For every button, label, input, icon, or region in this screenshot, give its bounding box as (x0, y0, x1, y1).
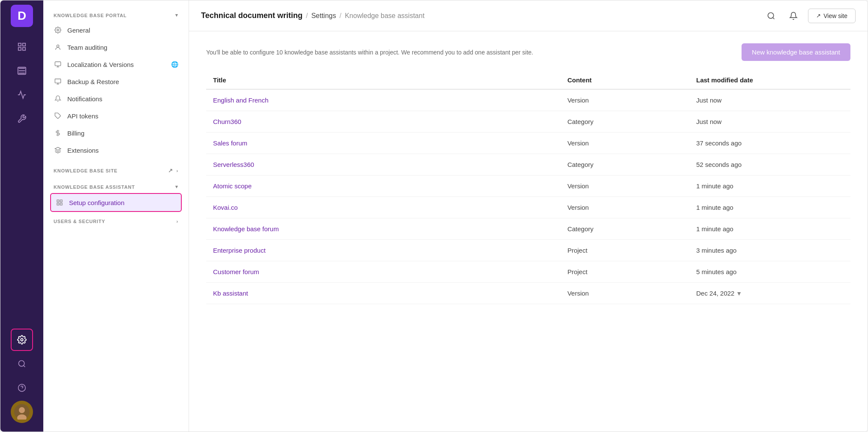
icon-sidebar: D (0, 0, 43, 432)
table-cell-title[interactable]: Kb assistant (206, 283, 561, 304)
backup-icon (54, 77, 62, 86)
search-header-button[interactable] (763, 8, 779, 24)
table-cell-date: Just now (689, 111, 850, 133)
breadcrumb-settings[interactable]: Settings (311, 12, 336, 20)
section-users-security: USERS & SECURITY › (43, 215, 189, 227)
info-banner: You'll be able to configure 10 knowledge… (206, 43, 850, 61)
view-site-button[interactable]: ↗ View site (808, 9, 856, 23)
header-actions: ↗ View site (763, 8, 856, 24)
svg-point-5 (21, 338, 23, 341)
top-header: Technical document writing / Settings / … (189, 0, 868, 31)
table-cell-title[interactable]: Serverless360 (206, 154, 561, 175)
chevron-down-icon[interactable]: ▾ (175, 12, 178, 18)
table-row: Customer forumProject5 minutes ago (206, 261, 850, 283)
svg-point-26 (768, 12, 774, 18)
section-knowledge-base-portal: KNOWLEDGE BASE PORTAL ▾ (43, 9, 189, 21)
dropdown-arrow-icon[interactable]: ▼ (734, 290, 742, 297)
breadcrumb: Technical document writing / Settings / … (201, 11, 763, 20)
nav-item-setup-configuration[interactable]: Setup configuration (50, 193, 182, 212)
chevron-right-icon2[interactable]: › (177, 219, 178, 224)
nav-item-api-tokens[interactable]: API tokens (43, 107, 189, 124)
left-nav: KNOWLEDGE BASE PORTAL ▾ General Team aud… (43, 0, 189, 432)
svg-rect-0 (18, 43, 21, 46)
table-cell-date: 1 minute ago (689, 197, 850, 218)
svg-point-12 (57, 29, 59, 31)
table-cell-content: Version (561, 283, 690, 304)
svg-point-10 (19, 407, 25, 413)
table-cell-content: Version (561, 197, 690, 218)
svg-rect-3 (23, 48, 25, 50)
table-cell-title[interactable]: Churn360 (206, 111, 561, 133)
table-cell-title[interactable]: Sales forum (206, 133, 561, 154)
table-cell-content: Project (561, 240, 690, 261)
table-cell-date: 1 minute ago (689, 218, 850, 240)
api-tokens-icon (54, 112, 62, 120)
svg-point-6 (19, 361, 24, 366)
table-cell-content: Version (561, 89, 690, 111)
external-link-icon[interactable]: ↗ (168, 167, 173, 174)
sidebar-icon-chart[interactable] (11, 84, 33, 106)
table-row: Knowledge base forumCategory1 minute ago (206, 218, 850, 240)
nav-item-backup[interactable]: Backup & Restore (43, 73, 189, 90)
section-knowledge-base-assistant: KNOWLEDGE BASE ASSISTANT ▾ (43, 181, 189, 193)
info-text: You'll be able to configure 10 knowledge… (206, 49, 533, 56)
table-cell-title[interactable]: English and French (206, 89, 561, 111)
globe-icon: 🌐 (171, 61, 178, 68)
notification-header-button[interactable] (786, 8, 801, 24)
assistants-table: Title Content Last modified date English… (206, 71, 850, 304)
svg-rect-14 (55, 62, 60, 66)
content-area: You'll be able to configure 10 knowledge… (189, 31, 868, 432)
table-row: Serverless360Category52 seconds ago (206, 154, 850, 175)
svg-rect-17 (55, 79, 60, 83)
search-bottom-icon[interactable] (11, 353, 33, 375)
general-icon (54, 26, 62, 34)
app-logo[interactable]: D (11, 5, 33, 27)
new-assistant-button[interactable]: New knowledge base assistant (742, 43, 850, 61)
table-cell-date: Just now (689, 89, 850, 111)
nav-item-billing[interactable]: Billing (43, 124, 189, 142)
billing-icon (54, 129, 62, 137)
nav-item-notifications[interactable]: Notifications (43, 90, 189, 107)
project-name: Technical document writing (201, 11, 303, 20)
table-cell-title[interactable]: Kovai.co (206, 197, 561, 218)
nav-item-team-auditing[interactable]: Team auditing (43, 39, 189, 56)
svg-rect-2 (18, 48, 21, 50)
table-cell-content: Category (561, 218, 690, 240)
chevron-right-icon[interactable]: › (177, 168, 178, 173)
user-avatar[interactable] (11, 401, 33, 423)
table-row: Enterprise productProject3 minutes ago (206, 240, 850, 261)
table-row: English and FrenchVersionJust now (206, 89, 850, 111)
table-cell-title[interactable]: Enterprise product (206, 240, 561, 261)
settings-icon[interactable] (11, 329, 33, 351)
table-cell-date: 3 minutes ago (689, 240, 850, 261)
table-row: Kb assistantVersionDec 24, 2022 ▼ (206, 283, 850, 304)
table-cell-title[interactable]: Customer forum (206, 261, 561, 283)
sidebar-icon-grid[interactable] (11, 60, 33, 82)
svg-rect-22 (57, 200, 59, 202)
table-row: Sales forumVersion37 seconds ago (206, 133, 850, 154)
table-cell-date: 37 seconds ago (689, 133, 850, 154)
table-cell-title[interactable]: Knowledge base forum (206, 218, 561, 240)
assistants-table-container: Title Content Last modified date English… (206, 71, 850, 304)
sidebar-icon-tools[interactable] (11, 108, 33, 130)
table-cell-date: 52 seconds ago (689, 154, 850, 175)
nav-item-extensions[interactable]: Extensions (43, 142, 189, 159)
nav-item-general[interactable]: General (43, 21, 189, 39)
breadcrumb-separator1: / (306, 12, 308, 20)
table-row: Kovai.coVersion1 minute ago (206, 197, 850, 218)
localization-icon (54, 60, 62, 69)
breadcrumb-separator2: / (339, 12, 341, 20)
setup-config-icon (55, 198, 64, 207)
table-cell-date: 5 minutes ago (689, 261, 850, 283)
svg-rect-23 (60, 200, 62, 202)
table-cell-title[interactable]: Atomic scope (206, 175, 561, 197)
section-knowledge-base-site: KNOWLEDGE BASE SITE ↗ › (43, 164, 189, 177)
main-content: Technical document writing / Settings / … (189, 0, 868, 432)
table-cell-date: 1 minute ago (689, 175, 850, 197)
external-link-small-icon: ↗ (816, 12, 821, 19)
chevron-down-icon2[interactable]: ▾ (175, 184, 178, 190)
sidebar-icon-library[interactable] (11, 36, 33, 58)
col-header-last-modified: Last modified date (689, 71, 850, 89)
nav-item-localization[interactable]: Localization & Versions 🌐 (43, 56, 189, 73)
help-icon[interactable] (11, 377, 33, 399)
